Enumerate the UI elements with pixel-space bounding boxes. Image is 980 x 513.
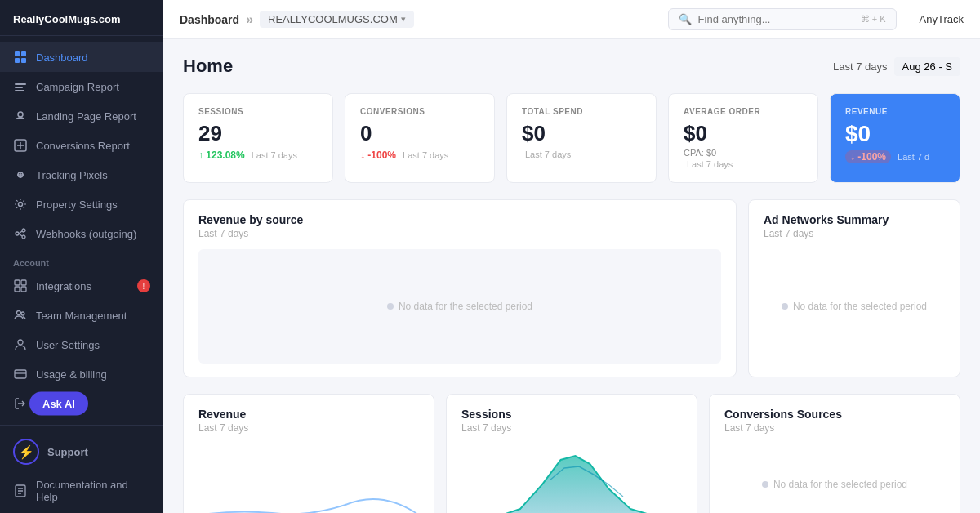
svg-rect-1	[21, 51, 26, 56]
sidebar-item-label: Landing Page Report	[36, 110, 136, 123]
sidebar-item-signout[interactable]: Sig Ask AI	[0, 389, 163, 418]
topbar: Dashboard » REALLYCOOLMUGS.COM ▾ 🔍 ⌘ + K…	[163, 0, 980, 39]
sessions-change: ↑ 123.08%	[198, 149, 245, 161]
revenue-bottom-card: Revenue Last 7 days	[183, 394, 434, 513]
average-order-label: AVERAGE ORDER	[684, 107, 803, 116]
total-spend-value: $0	[522, 121, 641, 146]
sidebar-item-label: Team Management	[36, 310, 127, 322]
support-flash-icon: ⚡	[13, 439, 39, 465]
webhooks-icon	[13, 226, 28, 241]
revenue-by-source-card: Revenue by source Last 7 days No data fo…	[183, 199, 737, 377]
sidebar-item-label: Usage & billing	[36, 368, 107, 381]
svg-rect-15	[21, 280, 26, 285]
sidebar-item-user-settings[interactable]: User Settings	[0, 330, 163, 359]
sessions-label: SESSIONS	[198, 107, 318, 116]
sidebar-item-integrations[interactable]: Integrations !	[0, 271, 163, 301]
sessions-bottom-title: Sessions	[461, 408, 682, 421]
revenue-label: REVENUE	[845, 107, 945, 116]
sidebar-item-label: Documentation and Help	[36, 479, 150, 503]
conversions-sources-chart: No data for the selected period	[724, 444, 945, 513]
svg-point-11	[16, 232, 19, 235]
sidebar: ReallyCoolMugs.com Dashboard Campaign Re…	[0, 0, 163, 513]
charts-row: Revenue by source Last 7 days No data fo…	[183, 199, 960, 377]
ask-ai-button[interactable]: Ask AI	[29, 392, 88, 416]
integrations-icon	[13, 279, 28, 293]
sidebar-item-label: Webhooks (outgoing)	[36, 228, 136, 240]
ad-networks-subtitle: Last 7 days	[764, 228, 945, 239]
svg-point-12	[22, 229, 25, 232]
search-input[interactable]	[698, 13, 854, 25]
revenue-bottom-title: Revenue	[198, 408, 419, 421]
revenue-by-source-title: Revenue by source	[198, 213, 721, 226]
search-icon: 🔍	[679, 13, 692, 25]
conversions-sources-card: Conversions Sources Last 7 days No data …	[709, 394, 960, 513]
sidebar-item-property-settings[interactable]: Property Settings	[0, 190, 163, 219]
page-title: Home	[183, 56, 233, 77]
svg-rect-2	[15, 58, 20, 63]
documentation-icon	[13, 484, 28, 498]
breadcrumb-dropdown-icon: ▾	[401, 14, 406, 25]
ad-networks-chart: No data for the selected period	[764, 249, 945, 364]
stats-row: SESSIONS 29 ↑ 123.08% Last 7 days CONVER…	[183, 93, 960, 183]
svg-rect-16	[15, 287, 20, 292]
revenue-bottom-subtitle: Last 7 days	[198, 422, 419, 434]
sidebar-item-team-management[interactable]: Team Management	[0, 301, 163, 330]
sidebar-item-usage-billing[interactable]: Usage & billing	[0, 359, 163, 389]
total-spend-period: Last 7 days	[525, 149, 571, 159]
revenue-mini-chart	[198, 444, 419, 513]
sidebar-item-webhooks[interactable]: Webhooks (outgoing)	[0, 219, 163, 248]
sessions-bottom-subtitle: Last 7 days	[461, 422, 682, 434]
sidebar-item-conversions-report[interactable]: Conversions Report	[0, 131, 163, 160]
bottom-row: Revenue Last 7 days Sessions Last 7 days	[183, 394, 960, 513]
breadcrumb-separator: »	[246, 12, 253, 27]
ask-ai-label: Ask AI	[42, 398, 75, 410]
svg-point-10	[19, 203, 23, 207]
revenue-by-source-chart: No data for the selected period	[198, 249, 721, 364]
content-area: Home Last 7 days Aug 26 - S SESSIONS 29 …	[163, 39, 980, 513]
search-bar[interactable]: 🔍 ⌘ + K	[668, 8, 897, 30]
no-data-dot	[387, 303, 394, 310]
revenue-change: ↓ -100%	[845, 150, 891, 163]
conversions-report-icon	[13, 138, 28, 153]
revenue-card: REVENUE $0 ↓ -100% Last 7 d	[830, 93, 960, 183]
account-section-label: Account	[0, 248, 163, 271]
conversions-change: ↓ -100%	[360, 149, 396, 161]
sessions-card: SESSIONS 29 ↑ 123.08% Last 7 days	[183, 93, 333, 183]
ad-networks-no-data: No data for the selected period	[782, 257, 927, 355]
svg-rect-5	[15, 87, 23, 88]
svg-point-18	[17, 311, 21, 315]
ad-networks-card: Ad Networks Summary Last 7 days No data …	[748, 199, 960, 377]
sidebar-item-label: Tracking Pixels	[36, 169, 108, 181]
sidebar-support-section: ⚡ Support Documentation and Help	[0, 425, 163, 513]
sidebar-item-label: User Settings	[36, 339, 100, 351]
sidebar-brand: ReallyCoolMugs.com	[0, 0, 163, 36]
sidebar-item-dashboard[interactable]: Dashboard	[0, 42, 163, 72]
total-spend-label: TOTAL SPEND	[522, 107, 641, 116]
svg-rect-0	[15, 51, 20, 56]
revenue-chart-svg	[198, 444, 419, 513]
sessions-chart	[461, 444, 682, 513]
svg-point-13	[22, 235, 25, 239]
conversions-sources-no-data-text: No data for the selected period	[773, 479, 907, 490]
revenue-value: $0	[845, 121, 945, 147]
sidebar-item-label: Property Settings	[36, 199, 118, 211]
svg-rect-17	[21, 287, 26, 292]
user-settings-icon	[13, 337, 28, 352]
sidebar-item-tracking-pixels[interactable]: Tracking Pixels	[0, 160, 163, 190]
svg-rect-4	[15, 83, 26, 85]
sessions-chart-svg	[461, 444, 682, 513]
sidebar-item-campaign-report[interactable]: Campaign Report	[0, 72, 163, 101]
revenue-no-data-text: No data for the selected period	[399, 301, 532, 312]
campaign-report-icon	[13, 79, 28, 94]
breadcrumb-sub[interactable]: REALLYCOOLMUGS.COM ▾	[260, 11, 414, 28]
search-shortcut: ⌘ + K	[861, 14, 886, 25]
sidebar-item-documentation[interactable]: Documentation and Help	[0, 471, 163, 511]
date-range-button[interactable]: Aug 26 - S	[894, 57, 960, 76]
svg-rect-14	[15, 280, 20, 285]
revenue-no-data: No data for the selected period	[387, 257, 532, 355]
conversions-sources-no-data: No data for the selected period	[762, 435, 907, 513]
property-settings-icon	[13, 197, 28, 212]
breadcrumb-home: Dashboard	[180, 13, 239, 26]
sidebar-item-label: Campaign Report	[36, 81, 119, 93]
sidebar-item-landing-page-report[interactable]: Landing Page Report	[0, 101, 163, 131]
